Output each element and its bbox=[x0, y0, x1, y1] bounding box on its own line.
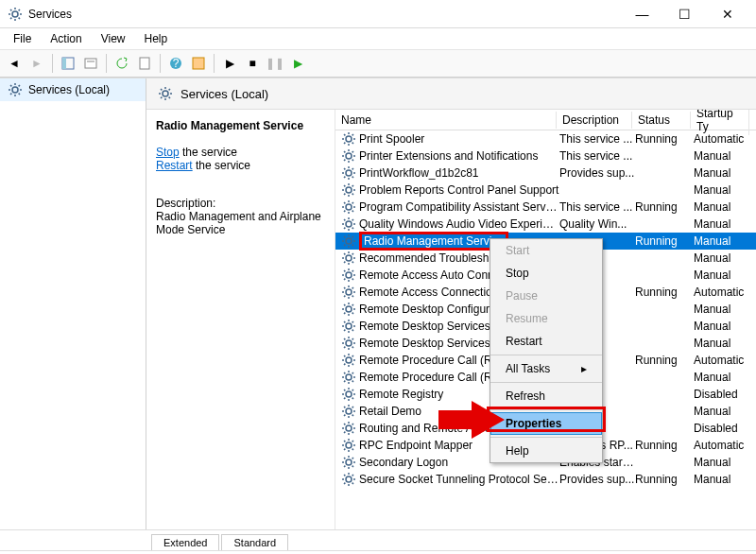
tab-extended[interactable]: Extended bbox=[151, 534, 219, 550]
gear-icon bbox=[341, 182, 356, 198]
restart-button[interactable]: ▶ bbox=[287, 53, 308, 74]
svc-startup: Manual bbox=[694, 405, 752, 418]
svc-desc: Provides sup... bbox=[559, 473, 635, 486]
content-title: Services (Local) bbox=[180, 87, 268, 101]
svc-startup: Manual bbox=[694, 200, 752, 214]
refresh-button[interactable] bbox=[112, 53, 132, 74]
svc-startup: Manual bbox=[694, 371, 752, 384]
svc-desc: Quality Win... bbox=[559, 217, 635, 231]
svc-name: Print Spooler bbox=[359, 132, 559, 146]
service-row[interactable]: Problem Reports Control Panel SupportMan… bbox=[335, 182, 756, 199]
gear-icon bbox=[341, 472, 356, 487]
gear-icon bbox=[341, 165, 356, 181]
svc-startup: Manual bbox=[694, 166, 752, 180]
svc-desc: This service ... bbox=[559, 149, 635, 163]
ctx-properties[interactable]: Properties bbox=[490, 412, 602, 435]
toolbar: ◄ ► ? ▶ ■ ❚❚ ▶ bbox=[0, 49, 756, 78]
ctx-refresh[interactable]: Refresh bbox=[490, 385, 602, 407]
service-row[interactable]: Printer Extensions and NotificationsThis… bbox=[335, 147, 756, 164]
gear-icon bbox=[341, 216, 356, 232]
svc-startup: Automatic bbox=[694, 132, 752, 146]
svc-startup: Manual bbox=[694, 234, 752, 248]
gear-icon bbox=[341, 404, 356, 419]
statusbar: Opens the properties dialog box for the … bbox=[0, 550, 756, 554]
minimize-button[interactable]: — bbox=[621, 1, 663, 27]
tab-standard[interactable]: Standard bbox=[221, 534, 288, 550]
gear-icon bbox=[158, 86, 173, 101]
column-headers: Name Description Status Startup Ty bbox=[335, 110, 756, 130]
svg-rect-8 bbox=[193, 58, 204, 69]
view-tabs: Extended Standard bbox=[0, 529, 756, 550]
forward-button[interactable]: ► bbox=[26, 53, 47, 74]
col-name[interactable]: Name bbox=[335, 112, 557, 129]
ctx-help[interactable]: Help bbox=[490, 440, 602, 462]
menu-file[interactable]: File bbox=[6, 30, 39, 47]
desc-text: Radio Management and Airplane Mode Servi… bbox=[156, 210, 325, 236]
ctx-stop[interactable]: Stop bbox=[490, 262, 602, 285]
menu-action[interactable]: Action bbox=[43, 30, 89, 47]
ctx-alltasks[interactable]: All Tasks▸ bbox=[490, 357, 602, 380]
close-button[interactable]: ✕ bbox=[706, 1, 748, 27]
tree-root-label: Services (Local) bbox=[28, 83, 110, 96]
col-startup[interactable]: Startup Ty bbox=[691, 110, 749, 135]
svg-rect-3 bbox=[85, 59, 96, 68]
stop-button[interactable]: ■ bbox=[242, 53, 263, 74]
svc-desc: This service ... bbox=[559, 132, 635, 146]
ctx-pause: Pause bbox=[490, 285, 602, 307]
svc-status: Running bbox=[635, 354, 694, 367]
svc-startup: Disabled bbox=[694, 388, 752, 401]
svg-text:?: ? bbox=[173, 57, 180, 70]
gear-icon bbox=[341, 438, 356, 453]
svc-startup: Manual bbox=[694, 149, 752, 163]
selected-service-name: Radio Management Service bbox=[156, 119, 325, 132]
svc-startup: Automatic bbox=[694, 354, 752, 367]
gear-icon bbox=[341, 131, 356, 147]
main: Services (Local) Services (Local) Radio … bbox=[0, 78, 756, 529]
window-title: Services bbox=[28, 8, 621, 21]
svc-startup: Disabled bbox=[694, 422, 752, 435]
ctx-restart[interactable]: Restart bbox=[490, 330, 602, 353]
action-button[interactable] bbox=[188, 53, 209, 74]
gear-icon bbox=[341, 148, 356, 164]
gear-icon bbox=[341, 421, 356, 436]
service-row[interactable]: Program Compatibility Assistant ServiceT… bbox=[335, 199, 756, 216]
stop-link[interactable]: Stop bbox=[156, 146, 180, 159]
export-button[interactable] bbox=[134, 53, 155, 74]
desc-label: Description: bbox=[156, 197, 325, 210]
properties-button[interactable] bbox=[80, 53, 101, 74]
svc-startup: Automatic bbox=[694, 439, 752, 452]
svc-startup: Manual bbox=[694, 183, 752, 197]
service-row[interactable]: Quality Windows Audio Video Experien...Q… bbox=[335, 216, 756, 233]
service-row[interactable]: Print SpoolerThis service ...RunningAuto… bbox=[335, 130, 756, 147]
svc-startup: Manual bbox=[694, 251, 752, 265]
tree-root[interactable]: Services (Local) bbox=[0, 78, 146, 101]
svc-startup: Manual bbox=[694, 303, 752, 316]
service-row[interactable]: PrintWorkflow_d1b2c81Provides sup...Manu… bbox=[335, 164, 756, 182]
col-desc[interactable]: Description bbox=[557, 112, 632, 129]
col-status[interactable]: Status bbox=[632, 112, 691, 129]
gear-icon bbox=[341, 455, 356, 470]
detail-pane: Radio Management Service Stop the servic… bbox=[146, 110, 335, 529]
restart-link[interactable]: Restart bbox=[156, 159, 193, 172]
menu-view[interactable]: View bbox=[94, 30, 133, 47]
show-hide-button[interactable] bbox=[58, 53, 78, 74]
svc-startup: Manual bbox=[694, 217, 752, 231]
gear-icon bbox=[341, 285, 356, 300]
svg-rect-5 bbox=[140, 58, 149, 69]
titlebar: Services — ☐ ✕ bbox=[0, 0, 756, 28]
pause-button[interactable]: ❚❚ bbox=[265, 53, 285, 74]
svc-desc: Provides sup... bbox=[559, 166, 635, 180]
back-button[interactable]: ◄ bbox=[4, 53, 25, 74]
svc-name: Program Compatibility Assistant Service bbox=[359, 200, 559, 214]
gear-icon bbox=[341, 251, 356, 266]
gear-icon bbox=[341, 336, 356, 351]
maximize-button[interactable]: ☐ bbox=[663, 1, 706, 27]
help-button[interactable]: ? bbox=[165, 53, 186, 74]
svc-status: Running bbox=[635, 132, 694, 146]
gear-icon bbox=[341, 387, 356, 402]
menu-help[interactable]: Help bbox=[137, 30, 176, 47]
play-button[interactable]: ▶ bbox=[219, 53, 240, 74]
service-row[interactable]: Secure Socket Tunneling Protocol Service… bbox=[335, 471, 756, 488]
svc-status: Running bbox=[635, 234, 694, 248]
svc-startup: Automatic bbox=[694, 286, 752, 299]
